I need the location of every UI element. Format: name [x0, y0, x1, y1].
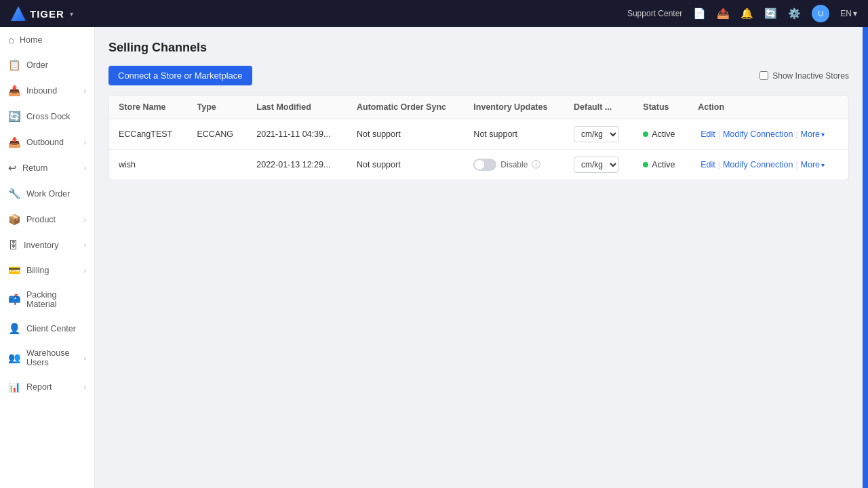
- product-chevron-icon: ›: [84, 216, 86, 224]
- cell-type: ECCANG: [187, 119, 247, 150]
- more-button-2[interactable]: More ▾: [798, 160, 827, 169]
- page-title: Selling Channels: [108, 41, 849, 55]
- modify-connection-link-2[interactable]: Modify Connection: [720, 160, 796, 169]
- sidebar-item-label: Work Order: [26, 189, 86, 199]
- order-icon: 📋: [8, 59, 21, 71]
- status-text: Active: [652, 129, 675, 139]
- inventory-icon: 🗄: [8, 239, 18, 251]
- more-button-1[interactable]: More ▾: [798, 129, 827, 139]
- packing-icon: 📫: [8, 293, 21, 306]
- cell-status: Active: [633, 119, 688, 150]
- inbound-icon: 📥: [8, 85, 21, 97]
- sidebar-item-label: Warehouse Users: [26, 348, 79, 367]
- return-chevron-icon: ›: [84, 165, 86, 172]
- sidebar-item-label: Return: [22, 163, 79, 173]
- edit-link-2[interactable]: Edit: [698, 160, 718, 169]
- show-inactive-label[interactable]: Show Inactive Stores: [760, 71, 849, 81]
- cell-action: Edit | Modify Connection | More ▾: [688, 150, 848, 180]
- col-auto-order-sync: Automatic Order Sync: [347, 96, 464, 119]
- table-row: wish 2022-01-13 12:29... Not support Dis…: [109, 150, 848, 180]
- table-header-row: Store Name Type Last Modified Automatic …: [109, 96, 848, 119]
- toggle-label: Disable: [500, 160, 528, 169]
- col-action: Action: [688, 96, 848, 119]
- warehouseusers-chevron-icon: ›: [84, 354, 86, 362]
- inventory-toggle-2[interactable]: [473, 159, 496, 171]
- col-type: Type: [187, 96, 247, 119]
- status-text: Active: [652, 160, 675, 169]
- sidebar-item-return[interactable]: ↩ Return ›: [0, 155, 94, 181]
- cell-store-name: ECCangTEST: [109, 119, 187, 150]
- upload-icon[interactable]: 📤: [717, 7, 730, 20]
- sidebar-item-packing[interactable]: 📫 Packing Material: [0, 283, 94, 316]
- cell-default-unit[interactable]: cm/kg in/lb: [564, 150, 633, 180]
- refresh-icon[interactable]: 🔄: [764, 7, 777, 20]
- sidebar-item-label: Inbound: [26, 86, 79, 96]
- inbound-chevron-icon: ›: [84, 87, 86, 95]
- brand-chevron-icon[interactable]: ▾: [70, 10, 73, 18]
- selling-channels-table-container: Store Name Type Last Modified Automatic …: [108, 95, 849, 180]
- status-badge: Active: [643, 160, 675, 169]
- inventory-chevron-icon: ›: [84, 241, 86, 249]
- user-avatar[interactable]: U: [812, 5, 829, 22]
- doc-icon[interactable]: 📄: [693, 7, 706, 20]
- sidebar-item-label: Inventory: [24, 241, 79, 250]
- sidebar-item-inbound[interactable]: 📥 Inbound ›: [0, 78, 94, 104]
- unit-dropdown-1[interactable]: cm/kg in/lb: [574, 126, 619, 142]
- status-dot-icon: [643, 131, 648, 137]
- product-icon: 📦: [8, 214, 21, 226]
- cell-last-modified: 2021-11-11 04:39...: [247, 119, 347, 150]
- brand-name: TIGER: [30, 8, 64, 20]
- inventory-toggle-wrap: Disable ⓘ: [473, 159, 555, 171]
- sidebar-item-clientcenter[interactable]: 👤 Client Center: [0, 316, 94, 342]
- sidebar-item-label: Report: [26, 382, 79, 392]
- show-inactive-checkbox[interactable]: [760, 71, 768, 80]
- more-chevron-icon: ▾: [821, 161, 825, 169]
- report-chevron-icon: ›: [84, 384, 86, 391]
- sidebar-item-home[interactable]: ⌂ Home: [0, 27, 94, 52]
- col-last-modified: Last Modified: [247, 96, 347, 119]
- info-icon[interactable]: ⓘ: [532, 159, 540, 171]
- billing-chevron-icon: ›: [84, 267, 86, 274]
- report-icon: 📊: [8, 381, 21, 393]
- crossdock-icon: 🔄: [8, 110, 21, 123]
- outbound-icon: 📤: [8, 136, 21, 148]
- sidebar-item-inventory[interactable]: 🗄 Inventory ›: [0, 232, 94, 258]
- topnav: TIGER ▾ Support Center 📄 📤 🔔 🔄 ⚙️ U EN ▾: [0, 0, 868, 27]
- sidebar-item-order[interactable]: 📋 Order: [0, 52, 94, 78]
- cell-type: [187, 150, 247, 180]
- settings-icon[interactable]: ⚙️: [788, 7, 801, 20]
- bell-icon[interactable]: 🔔: [741, 7, 753, 20]
- modify-connection-link-1[interactable]: Modify Connection: [720, 129, 796, 139]
- sidebar-item-report[interactable]: 📊 Report ›: [0, 374, 94, 400]
- unit-dropdown-2[interactable]: cm/kg in/lb: [574, 157, 619, 173]
- sidebar-item-crossdock[interactable]: 🔄 Cross Dock: [0, 104, 94, 129]
- connect-store-button[interactable]: Connect a Store or Marketplace: [108, 66, 252, 85]
- home-icon: ⌂: [8, 34, 14, 45]
- sidebar-item-workorder[interactable]: 🔧 Work Order: [0, 181, 94, 207]
- main-content: Selling Channels Connect a Store or Mark…: [95, 27, 863, 488]
- edit-link-1[interactable]: Edit: [698, 129, 718, 139]
- cell-auto-order-sync: Not support: [347, 119, 464, 150]
- cell-auto-order-sync: Not support: [347, 150, 464, 180]
- sidebar-item-label: Client Center: [26, 324, 86, 333]
- action-links: Edit | Modify Connection | More ▾: [698, 160, 839, 169]
- support-center-link[interactable]: Support Center: [627, 9, 682, 18]
- sidebar-item-outbound[interactable]: 📤 Outbound ›: [0, 129, 94, 155]
- action-links: Edit | Modify Connection | More ▾: [698, 129, 839, 139]
- selling-channels-table: Store Name Type Last Modified Automatic …: [109, 96, 848, 180]
- sidebar-item-warehouseusers[interactable]: 👥 Warehouse Users ›: [0, 342, 94, 374]
- billing-icon: 💳: [8, 264, 21, 277]
- outbound-chevron-icon: ›: [84, 139, 86, 146]
- col-default: Default ...: [564, 96, 633, 119]
- clientcenter-icon: 👤: [8, 323, 21, 335]
- sidebar-item-label: Home: [20, 35, 86, 45]
- sidebar-item-billing[interactable]: 💳 Billing ›: [0, 258, 94, 283]
- workorder-icon: 🔧: [8, 188, 21, 200]
- lang-chevron-icon: ▾: [853, 9, 857, 18]
- sidebar-item-product[interactable]: 📦 Product ›: [0, 207, 94, 232]
- cell-default-unit[interactable]: cm/kg in/lb: [564, 119, 633, 150]
- cell-action: Edit | Modify Connection | More ▾: [688, 119, 848, 150]
- status-dot-icon: [643, 162, 648, 167]
- sidebar-item-label: Order: [26, 60, 86, 70]
- lang-selector[interactable]: EN ▾: [840, 9, 857, 18]
